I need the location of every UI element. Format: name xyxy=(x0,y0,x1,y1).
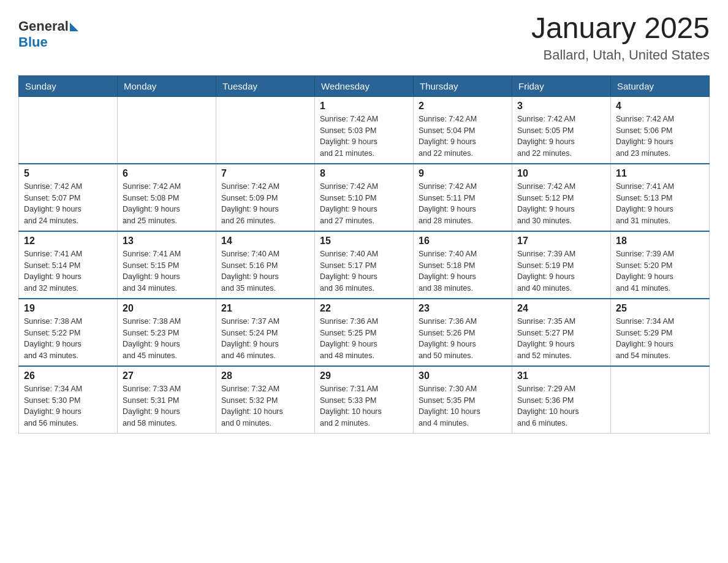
page-header: General Blue January 2025 Ballard, Utah,… xyxy=(18,12,710,63)
table-row: 4Sunrise: 7:42 AMSunset: 5:06 PMDaylight… xyxy=(611,96,710,164)
table-row: 26Sunrise: 7:34 AMSunset: 5:30 PMDayligh… xyxy=(19,366,118,434)
table-row: 27Sunrise: 7:33 AMSunset: 5:31 PMDayligh… xyxy=(118,366,216,434)
table-row: 23Sunrise: 7:36 AMSunset: 5:26 PMDayligh… xyxy=(414,299,512,366)
day-number: 6 xyxy=(123,168,211,179)
table-row xyxy=(19,96,118,164)
day-info: Sunrise: 7:41 AMSunset: 5:14 PMDaylight:… xyxy=(24,248,112,294)
col-sunday: Sunday xyxy=(19,75,118,96)
table-row: 20Sunrise: 7:38 AMSunset: 5:23 PMDayligh… xyxy=(118,299,216,366)
day-number: 7 xyxy=(221,168,309,179)
table-row: 29Sunrise: 7:31 AMSunset: 5:33 PMDayligh… xyxy=(315,366,414,434)
day-number: 18 xyxy=(616,236,704,247)
day-info: Sunrise: 7:42 AMSunset: 5:11 PMDaylight:… xyxy=(419,181,507,227)
day-number: 2 xyxy=(419,101,507,112)
day-number: 23 xyxy=(419,303,507,314)
day-number: 14 xyxy=(221,236,309,247)
table-row: 16Sunrise: 7:40 AMSunset: 5:18 PMDayligh… xyxy=(414,231,512,299)
day-number: 31 xyxy=(517,370,605,381)
day-info: Sunrise: 7:42 AMSunset: 5:08 PMDaylight:… xyxy=(123,181,211,227)
table-row: 6Sunrise: 7:42 AMSunset: 5:08 PMDaylight… xyxy=(118,164,216,231)
table-row: 31Sunrise: 7:29 AMSunset: 5:36 PMDayligh… xyxy=(512,366,611,434)
calendar-week-row: 12Sunrise: 7:41 AMSunset: 5:14 PMDayligh… xyxy=(19,231,710,299)
day-number: 1 xyxy=(320,101,408,112)
day-info: Sunrise: 7:33 AMSunset: 5:31 PMDaylight:… xyxy=(123,383,211,429)
day-info: Sunrise: 7:42 AMSunset: 5:07 PMDaylight:… xyxy=(24,181,112,227)
day-info: Sunrise: 7:42 AMSunset: 5:10 PMDaylight:… xyxy=(320,181,408,227)
day-info: Sunrise: 7:42 AMSunset: 5:12 PMDaylight:… xyxy=(517,181,605,227)
calendar-header-row: Sunday Monday Tuesday Wednesday Thursday… xyxy=(19,75,710,96)
day-number: 15 xyxy=(320,236,408,247)
logo-blue-text: Blue xyxy=(18,34,48,50)
calendar-week-row: 19Sunrise: 7:38 AMSunset: 5:22 PMDayligh… xyxy=(19,299,710,366)
day-info: Sunrise: 7:34 AMSunset: 5:29 PMDaylight:… xyxy=(616,316,704,362)
col-monday: Monday xyxy=(118,75,216,96)
day-number: 13 xyxy=(123,236,211,247)
day-info: Sunrise: 7:29 AMSunset: 5:36 PMDaylight:… xyxy=(517,383,605,429)
table-row: 22Sunrise: 7:36 AMSunset: 5:25 PMDayligh… xyxy=(315,299,414,366)
day-info: Sunrise: 7:41 AMSunset: 5:13 PMDaylight:… xyxy=(616,181,704,227)
page-subtitle: Ballard, Utah, United States xyxy=(531,47,710,63)
day-number: 9 xyxy=(419,168,507,179)
table-row: 8Sunrise: 7:42 AMSunset: 5:10 PMDaylight… xyxy=(315,164,414,231)
col-saturday: Saturday xyxy=(611,75,710,96)
day-number: 27 xyxy=(123,370,211,381)
day-number: 26 xyxy=(24,370,112,381)
day-info: Sunrise: 7:42 AMSunset: 5:04 PMDaylight:… xyxy=(419,113,507,159)
day-number: 5 xyxy=(24,168,112,179)
day-info: Sunrise: 7:36 AMSunset: 5:25 PMDaylight:… xyxy=(320,316,408,362)
table-row: 10Sunrise: 7:42 AMSunset: 5:12 PMDayligh… xyxy=(512,164,611,231)
day-number: 11 xyxy=(616,168,704,179)
day-info: Sunrise: 7:39 AMSunset: 5:19 PMDaylight:… xyxy=(517,248,605,294)
page-title: January 2025 xyxy=(531,12,710,45)
table-row: 19Sunrise: 7:38 AMSunset: 5:22 PMDayligh… xyxy=(19,299,118,366)
table-row: 3Sunrise: 7:42 AMSunset: 5:05 PMDaylight… xyxy=(512,96,611,164)
day-number: 10 xyxy=(517,168,605,179)
day-info: Sunrise: 7:35 AMSunset: 5:27 PMDaylight:… xyxy=(517,316,605,362)
calendar-table: Sunday Monday Tuesday Wednesday Thursday… xyxy=(18,75,710,434)
table-row: 9Sunrise: 7:42 AMSunset: 5:11 PMDaylight… xyxy=(414,164,512,231)
col-thursday: Thursday xyxy=(414,75,512,96)
day-number: 25 xyxy=(616,303,704,314)
day-info: Sunrise: 7:31 AMSunset: 5:33 PMDaylight:… xyxy=(320,383,408,429)
day-info: Sunrise: 7:38 AMSunset: 5:23 PMDaylight:… xyxy=(123,316,211,362)
day-info: Sunrise: 7:40 AMSunset: 5:16 PMDaylight:… xyxy=(221,248,309,294)
day-number: 3 xyxy=(517,101,605,112)
day-number: 4 xyxy=(616,101,704,112)
table-row: 5Sunrise: 7:42 AMSunset: 5:07 PMDaylight… xyxy=(19,164,118,231)
day-number: 20 xyxy=(123,303,211,314)
table-row: 11Sunrise: 7:41 AMSunset: 5:13 PMDayligh… xyxy=(611,164,710,231)
day-info: Sunrise: 7:41 AMSunset: 5:15 PMDaylight:… xyxy=(123,248,211,294)
day-info: Sunrise: 7:36 AMSunset: 5:26 PMDaylight:… xyxy=(419,316,507,362)
calendar-week-row: 5Sunrise: 7:42 AMSunset: 5:07 PMDaylight… xyxy=(19,164,710,231)
table-row: 30Sunrise: 7:30 AMSunset: 5:35 PMDayligh… xyxy=(414,366,512,434)
col-wednesday: Wednesday xyxy=(315,75,414,96)
logo-arrow-icon xyxy=(70,23,78,31)
table-row: 14Sunrise: 7:40 AMSunset: 5:16 PMDayligh… xyxy=(216,231,315,299)
day-number: 22 xyxy=(320,303,408,314)
day-info: Sunrise: 7:40 AMSunset: 5:18 PMDaylight:… xyxy=(419,248,507,294)
day-info: Sunrise: 7:39 AMSunset: 5:20 PMDaylight:… xyxy=(616,248,704,294)
logo: General Blue xyxy=(18,18,78,50)
day-number: 28 xyxy=(221,370,309,381)
table-row: 24Sunrise: 7:35 AMSunset: 5:27 PMDayligh… xyxy=(512,299,611,366)
table-row xyxy=(216,96,315,164)
table-row: 25Sunrise: 7:34 AMSunset: 5:29 PMDayligh… xyxy=(611,299,710,366)
table-row: 17Sunrise: 7:39 AMSunset: 5:19 PMDayligh… xyxy=(512,231,611,299)
logo-general-text: General xyxy=(18,18,69,34)
day-number: 24 xyxy=(517,303,605,314)
day-number: 16 xyxy=(419,236,507,247)
day-number: 19 xyxy=(24,303,112,314)
day-info: Sunrise: 7:42 AMSunset: 5:05 PMDaylight:… xyxy=(517,113,605,159)
table-row: 28Sunrise: 7:32 AMSunset: 5:32 PMDayligh… xyxy=(216,366,315,434)
col-tuesday: Tuesday xyxy=(216,75,315,96)
day-info: Sunrise: 7:30 AMSunset: 5:35 PMDaylight:… xyxy=(419,383,507,429)
calendar-week-row: 1Sunrise: 7:42 AMSunset: 5:03 PMDaylight… xyxy=(19,96,710,164)
table-row xyxy=(611,366,710,434)
day-number: 8 xyxy=(320,168,408,179)
day-info: Sunrise: 7:40 AMSunset: 5:17 PMDaylight:… xyxy=(320,248,408,294)
title-section: January 2025 Ballard, Utah, United State… xyxy=(531,12,710,63)
day-number: 12 xyxy=(24,236,112,247)
day-info: Sunrise: 7:42 AMSunset: 5:03 PMDaylight:… xyxy=(320,113,408,159)
table-row: 18Sunrise: 7:39 AMSunset: 5:20 PMDayligh… xyxy=(611,231,710,299)
day-info: Sunrise: 7:38 AMSunset: 5:22 PMDaylight:… xyxy=(24,316,112,362)
